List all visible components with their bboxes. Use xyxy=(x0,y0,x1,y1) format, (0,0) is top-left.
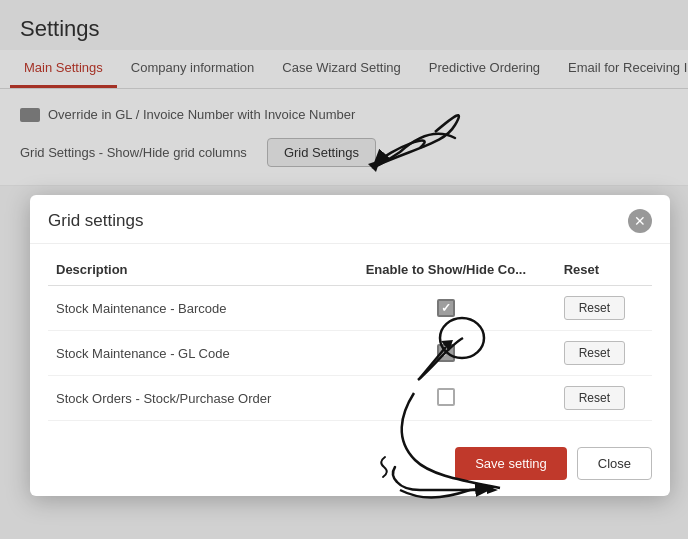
row3-description: Stock Orders - Stock/Purchase Order xyxy=(48,376,336,421)
col-header-enable: Enable to Show/Hide Co... xyxy=(336,252,556,286)
row3-checkbox-cell xyxy=(336,376,556,421)
table-row: Stock Maintenance - Barcode Reset xyxy=(48,286,652,331)
col-header-description: Description xyxy=(48,252,336,286)
modal-body: Description Enable to Show/Hide Co... Re… xyxy=(30,244,670,437)
modal-footer: Save setting Close xyxy=(30,437,670,496)
table-row: Stock Orders - Stock/Purchase Order Rese… xyxy=(48,376,652,421)
row1-checkbox-cell xyxy=(336,286,556,331)
row3-reset-button[interactable]: Reset xyxy=(564,386,625,410)
row2-reset-button[interactable]: Reset xyxy=(564,341,625,365)
modal-close-x-button[interactable]: ✕ xyxy=(628,209,652,233)
save-setting-button[interactable]: Save setting xyxy=(455,447,567,480)
table-row: Stock Maintenance - GL Code Reset xyxy=(48,331,652,376)
row1-reset-button[interactable]: Reset xyxy=(564,296,625,320)
modal-scroll-area[interactable]: Description Enable to Show/Hide Co... Re… xyxy=(48,244,652,421)
row2-description: Stock Maintenance - GL Code xyxy=(48,331,336,376)
page-background: Settings Main Settings Company informati… xyxy=(0,0,688,539)
row1-description: Stock Maintenance - Barcode xyxy=(48,286,336,331)
row3-reset-cell: Reset xyxy=(556,376,652,421)
col-header-reset: Reset xyxy=(556,252,652,286)
row1-reset-cell: Reset xyxy=(556,286,652,331)
row1-checkbox[interactable] xyxy=(437,299,455,317)
grid-settings-modal: Grid settings ✕ Description Enable to Sh… xyxy=(30,195,670,496)
row3-checkbox[interactable] xyxy=(437,388,455,406)
row2-checkbox-cell xyxy=(336,331,556,376)
grid-table: Description Enable to Show/Hide Co... Re… xyxy=(48,252,652,421)
close-button[interactable]: Close xyxy=(577,447,652,480)
row2-reset-cell: Reset xyxy=(556,331,652,376)
row2-checkbox[interactable] xyxy=(437,344,455,362)
modal-header: Grid settings ✕ xyxy=(30,195,670,244)
modal-title: Grid settings xyxy=(48,211,143,231)
